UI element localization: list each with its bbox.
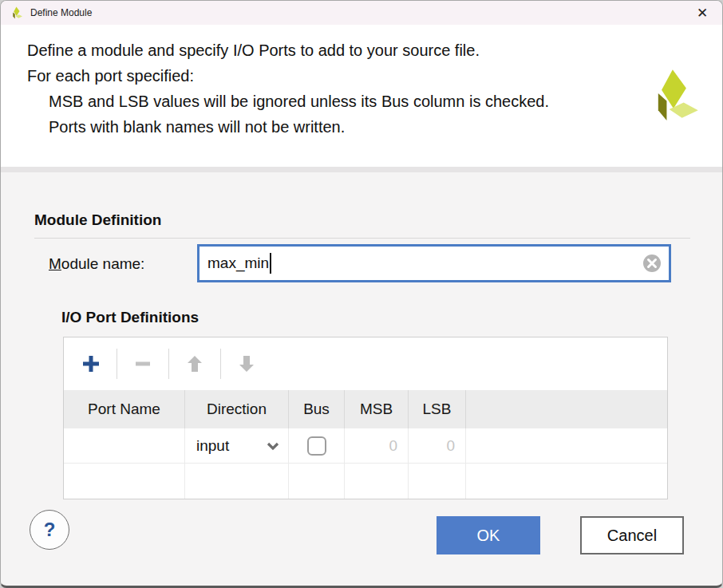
move-port-down-button[interactable] xyxy=(233,350,260,377)
define-module-dialog: Define Module ✕ Define a module and spec… xyxy=(0,0,723,588)
description-line-3: MSB and LSB values will be ignored unles… xyxy=(27,89,636,114)
panel-separator xyxy=(1,167,723,172)
port-row-2 xyxy=(64,464,667,499)
row-filler xyxy=(466,464,667,499)
module-name-label: Module name: xyxy=(49,255,144,273)
column-header-lsb: LSB xyxy=(409,390,466,428)
text-caret xyxy=(270,253,271,274)
column-header-port-name: Port Name xyxy=(64,390,185,428)
port-table-header: Port Name Direction Bus MSB LSB xyxy=(64,390,667,428)
chevron-down-icon xyxy=(266,439,280,453)
module-name-input[interactable]: max_min xyxy=(197,244,671,282)
ok-button[interactable]: OK xyxy=(437,516,540,554)
direction-select[interactable]: input xyxy=(185,428,289,464)
window-title: Define Module xyxy=(30,7,689,18)
lsb-cell[interactable] xyxy=(409,464,466,499)
direction-value: input xyxy=(196,437,229,455)
toolbar-separator xyxy=(117,349,117,379)
move-port-up-button[interactable] xyxy=(181,350,208,377)
close-icon[interactable]: ✕ xyxy=(689,2,716,23)
bus-checkbox[interactable] xyxy=(307,436,326,456)
plus-icon xyxy=(81,354,101,373)
title-bar: Define Module ✕ xyxy=(1,1,722,25)
add-port-button[interactable] xyxy=(77,350,105,377)
section-divider xyxy=(34,238,690,239)
cancel-button[interactable]: Cancel xyxy=(580,516,684,554)
description-line-4: Ports with blank names will not be writt… xyxy=(27,114,636,140)
module-name-value: max_min xyxy=(207,255,269,272)
vivado-app-icon xyxy=(10,6,23,19)
help-button[interactable]: ? xyxy=(30,510,69,550)
toolbar-separator xyxy=(220,349,221,379)
arrow-down-icon xyxy=(237,354,256,373)
vivado-logo xyxy=(647,66,701,124)
minus-icon xyxy=(133,354,152,373)
module-name-label-accel: M xyxy=(49,255,61,272)
column-header-direction: Direction xyxy=(185,390,289,428)
clear-input-icon[interactable] xyxy=(642,254,662,273)
module-name-label-rest: odule name: xyxy=(61,255,145,272)
bus-cell xyxy=(289,428,345,464)
bus-cell[interactable] xyxy=(289,464,345,499)
msb-cell[interactable]: 0 xyxy=(345,428,409,464)
column-header-filler xyxy=(466,390,667,428)
row-filler xyxy=(466,428,667,464)
port-table-toolbar xyxy=(64,337,667,390)
port-name-cell[interactable] xyxy=(64,464,185,499)
msb-cell[interactable] xyxy=(345,464,409,499)
module-definition-heading: Module Definition xyxy=(34,211,161,229)
io-port-definitions-heading: I/O Port Definitions xyxy=(61,309,199,326)
remove-port-button[interactable] xyxy=(129,350,156,377)
description-line-1: Define a module and specify I/O Ports to… xyxy=(27,37,636,63)
description-line-2: For each port specified: xyxy=(27,63,636,89)
port-name-cell[interactable] xyxy=(64,428,185,464)
port-row-1: input 0 0 xyxy=(64,428,667,464)
io-port-table: Port Name Direction Bus MSB LSB input 0 … xyxy=(63,337,668,499)
toolbar-separator xyxy=(168,349,169,379)
direction-cell[interactable] xyxy=(185,464,289,499)
column-header-msb: MSB xyxy=(345,390,409,428)
arrow-up-icon xyxy=(185,354,204,373)
description-panel: Define a module and specify I/O Ports to… xyxy=(1,25,723,167)
column-header-bus: Bus xyxy=(289,390,345,428)
lsb-cell[interactable]: 0 xyxy=(409,428,466,464)
